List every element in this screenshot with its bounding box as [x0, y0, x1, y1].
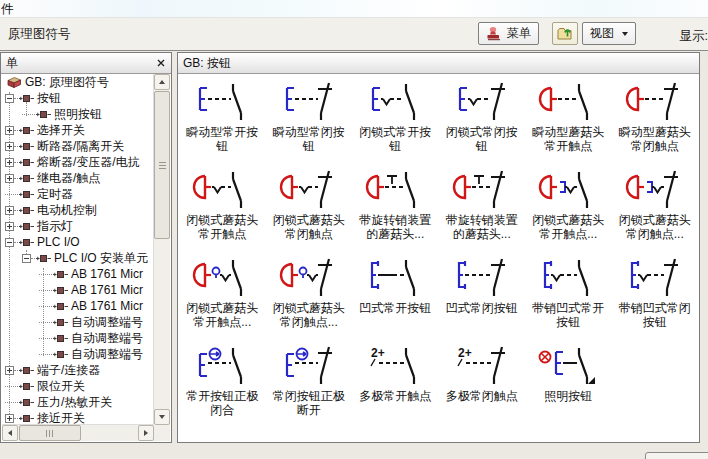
symbol-cell[interactable]: 照明按钮: [525, 343, 612, 431]
close-icon[interactable]: [154, 56, 168, 70]
tree-item[interactable]: PLC I/O: [2, 234, 154, 250]
symbol-cell[interactable]: 2+多极常开触点: [352, 343, 439, 431]
browse-up-button[interactable]: [552, 22, 578, 45]
tree-item[interactable]: 继电器/触点: [2, 170, 154, 186]
expand-plus-icon[interactable]: [5, 366, 14, 375]
expand-plus-icon[interactable]: [5, 174, 14, 183]
symbol-label: 瞬动型常闭按钮: [270, 125, 348, 153]
symbol-cell[interactable]: 闭锁式蘑菇头常开触点: [179, 167, 266, 255]
scroll-down-icon[interactable]: [154, 409, 170, 425]
tree-vertical-scrollbar[interactable]: [153, 74, 170, 425]
symbol-cell[interactable]: 带旋转销装置的蘑菇头...: [439, 167, 526, 255]
symbol-pins-icon: [19, 157, 34, 168]
tree-item-label: 熔断器/变压器/电抗: [37, 154, 140, 171]
panel-title: 原理图符号: [8, 26, 71, 43]
symbol-label: 带销凹式常开按钮: [529, 301, 607, 329]
symbol-label: 多极常闭触点: [446, 389, 518, 403]
collapse-minus-icon[interactable]: [5, 238, 14, 247]
tree-item-label: PLC I/O: [37, 235, 80, 249]
expand-plus-icon[interactable]: [5, 206, 14, 215]
bottom-button-partial[interactable]: [645, 452, 708, 459]
tree-item[interactable]: 自动调整端号: [2, 346, 154, 362]
view-button[interactable]: 视图: [582, 22, 636, 45]
pushbutton-momentary-no-icon: [190, 81, 254, 125]
tree-item[interactable]: 自动调整端号: [2, 330, 154, 346]
symbol-cell[interactable]: 闭锁式蘑菇头常开触点...: [179, 255, 266, 343]
tree-item[interactable]: 熔断器/变压器/电抗: [2, 154, 154, 170]
symbol-cell[interactable]: 闭锁式蘑菇头常闭触点: [266, 167, 353, 255]
symbol-label: 带旋转销装置的蘑菇头...: [443, 213, 521, 241]
symbol-cell[interactable]: 带销凹式常闭按钮: [612, 255, 699, 343]
symbol-pins-icon: [19, 221, 34, 232]
symbol-cell[interactable]: 常开按钮正极闭合: [179, 343, 266, 431]
symbol-label: 闭锁式常开按钮: [356, 125, 434, 153]
pushbutton-positive-close-icon: [190, 345, 254, 389]
tree-item[interactable]: AB 1761 Micr: [2, 266, 154, 282]
expand-plus-icon[interactable]: [5, 158, 14, 167]
tree-item[interactable]: 选择开关: [2, 122, 154, 138]
tree-item-label: 指示灯: [37, 218, 73, 235]
tree-item[interactable]: 定时器: [2, 186, 154, 202]
tree-item-label: 自动调整端号: [71, 314, 143, 331]
scroll-up-icon[interactable]: [154, 74, 170, 90]
symbol-cell[interactable]: 闭锁式蘑菇头常闭触点...: [612, 167, 699, 255]
tree-item[interactable]: 端子/连接器: [2, 362, 154, 378]
folder-up-arrow-icon: [557, 26, 573, 41]
expand-plus-icon[interactable]: [5, 142, 14, 151]
tree-item[interactable]: 限位开关: [2, 378, 154, 394]
tree-item-label: AB 1761 Micr: [71, 283, 143, 297]
pushbutton-latching-no-icon: [363, 81, 427, 125]
tree-item[interactable]: 按钮: [2, 90, 154, 106]
menu-button[interactable]: 菜单: [478, 22, 539, 45]
expand-plus-icon[interactable]: [5, 414, 14, 423]
vertical-scroll-thumb[interactable]: [154, 91, 170, 239]
tree-root-item[interactable]: GB: 原理图符号: [2, 74, 154, 90]
tree-item[interactable]: AB 1761 Micr: [2, 282, 154, 298]
symbol-cell[interactable]: 常闭按钮正极断开: [266, 343, 353, 431]
expand-plus-icon[interactable]: [5, 222, 14, 231]
symbol-cell[interactable]: 带销凹式常开按钮: [525, 255, 612, 343]
collapse-minus-icon[interactable]: [5, 94, 14, 103]
symbol-cell[interactable]: 闭锁式蘑菇头常开触点...: [525, 167, 612, 255]
symbol-cell[interactable]: 闭锁式蘑菇头常闭触点...: [266, 255, 353, 343]
symbol-pins-icon: [36, 109, 51, 120]
symbol-cell[interactable]: 凹式常闭按钮: [439, 255, 526, 343]
tree-item[interactable]: 接近开关: [2, 410, 154, 425]
symbol-pins-icon: [53, 349, 68, 360]
horizontal-scroll-thumb[interactable]: [19, 425, 81, 441]
tree-item[interactable]: 照明按钮: [2, 106, 154, 122]
pushbutton-momentary-nc-icon: [277, 81, 341, 125]
tree-item[interactable]: PLC I/O 安装单元: [2, 250, 154, 266]
symbol-label: 瞬动型蘑菇头常闭触点: [616, 125, 694, 153]
tree-item[interactable]: 压力/热敏开关: [2, 394, 154, 410]
symbol-cell[interactable]: 瞬动型蘑菇头常闭触点: [612, 79, 699, 167]
tree-item[interactable]: 自动调整端号: [2, 314, 154, 330]
scroll-right-icon[interactable]: [138, 425, 154, 441]
tree-item[interactable]: 断路器/隔离开关: [2, 138, 154, 154]
symbol-cell[interactable]: 瞬动型蘑菇头常开触点: [525, 79, 612, 167]
tree-dotted-stub: [39, 338, 52, 339]
tree-item[interactable]: 电动机控制: [2, 202, 154, 218]
mushroom-latching-lock-nc-icon: [277, 257, 341, 301]
symbol-panel-title: GB: 按钮: [183, 56, 231, 70]
tree-item[interactable]: 指示灯: [2, 218, 154, 234]
collapse-minus-icon[interactable]: [22, 254, 31, 263]
expand-plus-icon[interactable]: [5, 126, 14, 135]
tree-item[interactable]: AB 1761 Micr: [2, 298, 154, 314]
tree-item-label: 照明按钮: [54, 106, 102, 123]
tree-dotted-stub: [14, 162, 18, 163]
symbol-cell[interactable]: 瞬动型常开按钮: [179, 79, 266, 167]
symbol-cell[interactable]: 瞬动型常闭按钮: [266, 79, 353, 167]
stamp-icon: [486, 26, 502, 41]
tree-horizontal-scrollbar[interactable]: [2, 424, 154, 441]
scroll-left-icon[interactable]: [2, 425, 18, 441]
menu-item-partial[interactable]: 件: [1, 1, 14, 18]
mushroom-momentary-nc-icon: [623, 81, 687, 125]
symbol-pins-icon: [36, 253, 51, 264]
tree-item-label: AB 1761 Micr: [71, 299, 143, 313]
symbol-cell[interactable]: 闭锁式常开按钮: [352, 79, 439, 167]
symbol-cell[interactable]: 带旋转销装置的蘑菇头...: [352, 167, 439, 255]
symbol-cell[interactable]: 2+多极常闭触点: [439, 343, 526, 431]
symbol-cell[interactable]: 凹式常开按钮: [352, 255, 439, 343]
symbol-cell[interactable]: 闭锁式常闭按钮: [439, 79, 526, 167]
